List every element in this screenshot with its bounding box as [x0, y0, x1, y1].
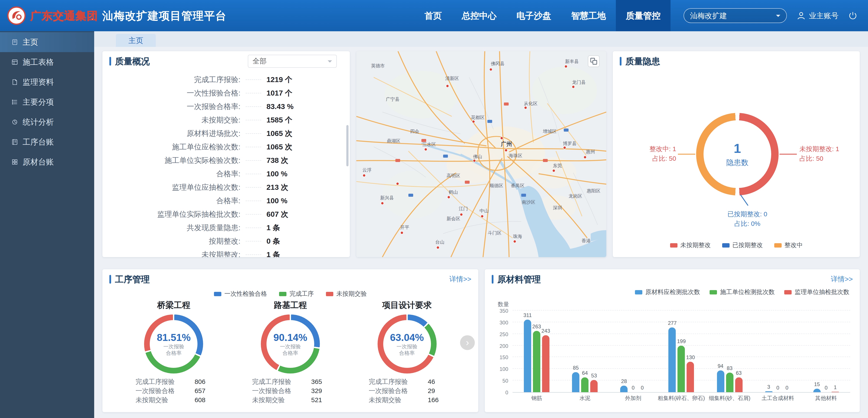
legend-item[interactable]: 未按期整改 [670, 241, 711, 249]
nav-item-总控中心[interactable]: 总控中心 [452, 0, 506, 31]
nav-item-首页[interactable]: 首页 [414, 0, 452, 31]
tab-bar: 主页 [94, 31, 868, 47]
map-marker-icon[interactable] [481, 215, 484, 218]
process-details-link[interactable]: 详情>> [450, 275, 471, 284]
map-marker-icon[interactable] [563, 146, 566, 149]
map-city-label: 斗门区 [488, 230, 501, 235]
map-city-label: 增城区 [543, 129, 557, 134]
map-marker-icon[interactable] [381, 202, 384, 205]
bar[interactable]: 199 [678, 311, 685, 392]
sidebar-item-原材台账[interactable]: 原材台账 [0, 152, 94, 172]
bar[interactable]: 85 [572, 311, 579, 392]
hazard-callout-inprogress: 整改中: 1 占比: 50 [621, 144, 676, 163]
map-marker-icon[interactable] [524, 107, 527, 109]
bar[interactable]: 64 [581, 311, 589, 392]
map-panel[interactable]: 英德市新丰县佛冈县龙门县清新区广宁县从化区花都区增城区四会鼎湖区三水区博罗县惠州… [356, 51, 606, 257]
logout-button[interactable] [848, 11, 858, 21]
region-map[interactable]: 英德市新丰县佛冈县龙门县清新区广宁县从化区花都区增城区四会鼎湖区三水区博罗县惠州… [356, 51, 606, 257]
map-marker-icon[interactable] [490, 68, 492, 71]
bar[interactable]: 63 [735, 311, 742, 392]
dotted-leader [246, 147, 261, 147]
map-marker-icon[interactable] [363, 174, 366, 177]
bar-value-label: 243 [541, 328, 550, 334]
bar[interactable]: 0 [823, 311, 830, 392]
legend-item[interactable]: 一次性检验合格 [214, 290, 267, 298]
y-tick-label: 150 [492, 355, 508, 361]
panel-accent [492, 275, 493, 283]
map-marker-icon[interactable] [447, 196, 450, 199]
map-marker-icon[interactable] [500, 137, 503, 140]
legend-item[interactable]: 未按期交验 [326, 290, 367, 298]
bar[interactable]: 83 [726, 311, 733, 392]
map-marker-icon[interactable] [584, 156, 587, 159]
y-tick-label: 50 [492, 378, 508, 384]
process-pass-rate: 90.14% [273, 332, 307, 343]
map-marker-icon[interactable] [572, 86, 575, 88]
nav-item-质量管控[interactable]: 质量管控 [616, 0, 671, 31]
quality-stat-row: 未按期交验:1585 个 [110, 113, 340, 127]
map-city-label: 鼎湖区 [387, 138, 400, 143]
map-marker-icon[interactable] [553, 169, 555, 172]
rate-caption: 合格率 [282, 350, 298, 356]
legend-item[interactable]: 施工单位检测批次数 [710, 288, 775, 296]
bar[interactable]: 53 [590, 311, 598, 392]
map-marker-icon[interactable] [514, 240, 516, 243]
sidebar-item-监理资料[interactable]: 监理资料 [0, 72, 94, 92]
map-marker-icon[interactable] [460, 213, 463, 216]
account-menu[interactable]: 业主账号 [796, 11, 838, 21]
bar[interactable]: 130 [687, 311, 694, 392]
sidebar: 主页施工表格监理资料主要分项统计分析工序台账原材台账 [0, 31, 94, 418]
bar[interactable]: 1 [832, 311, 839, 392]
tab-主页[interactable]: 主页 [116, 34, 156, 47]
process-legend: 一次性检验合格完成工序未按期交验 [102, 290, 478, 298]
sidebar-item-施工表格[interactable]: 施工表格 [0, 52, 94, 72]
legend-item[interactable]: 整改中 [774, 241, 803, 249]
quality-stat-row: 合格率:100 % [110, 167, 340, 181]
process-chart-group: 项目设计要求 63.04% 一次报验 合格率 完成工序报验46一次报验合格29未… [352, 298, 461, 404]
bar[interactable]: 0 [629, 311, 637, 392]
nav-item-智慧工地[interactable]: 智慧工地 [561, 0, 616, 31]
map-expand-button[interactable] [588, 56, 599, 67]
map-marker-icon[interactable] [425, 148, 427, 151]
sidebar-item-工序台账[interactable]: 工序台账 [0, 132, 94, 152]
bar[interactable]: 311 [524, 311, 531, 392]
legend-item[interactable]: 监理单位抽检批次数 [784, 288, 849, 296]
bar[interactable]: 3 [765, 311, 773, 392]
sidebar-item-统计分析[interactable]: 统计分析 [0, 112, 94, 132]
bar-value-label: 277 [668, 320, 677, 326]
bar[interactable]: 0 [774, 311, 782, 392]
materials-details-link[interactable]: 详情>> [831, 275, 853, 284]
bar[interactable]: 263 [533, 311, 540, 392]
map-marker-icon[interactable] [565, 65, 567, 68]
bar-value-label: 263 [532, 323, 541, 329]
bar[interactable]: 0 [639, 311, 646, 392]
sidebar-item-主页[interactable]: 主页 [0, 32, 94, 52]
materials-panel-header: 原材料管理 详情>> [485, 269, 860, 289]
bar[interactable]: 0 [783, 311, 791, 392]
scrollbar-thumb[interactable] [346, 125, 348, 166]
legend-item[interactable]: 完成工序 [279, 290, 314, 298]
quality-filter-select[interactable]: 全部 [248, 55, 337, 68]
legend-item[interactable]: 原材料应检测批次数 [635, 288, 700, 296]
nav-item-电子沙盘[interactable]: 电子沙盘 [506, 0, 561, 31]
map-marker-icon[interactable] [505, 149, 507, 152]
quality-stat-row: 施工单位实际检验次数:738 次 [110, 154, 340, 167]
project-select[interactable]: 汕梅改扩建 [684, 8, 787, 23]
sidebar-item-主要分项[interactable]: 主要分项 [0, 92, 94, 112]
bar[interactable]: 277 [669, 311, 676, 392]
materials-panel-title: 原材料管理 [497, 273, 541, 285]
bar[interactable]: 28 [620, 311, 628, 392]
map-marker-icon[interactable] [472, 120, 475, 123]
map-city-label: 清新区 [445, 76, 459, 81]
legend-item[interactable]: 已按期整改 [722, 241, 763, 249]
bar[interactable]: 94 [717, 311, 724, 392]
map-marker-icon[interactable] [473, 159, 476, 162]
carousel-next-button[interactable]: › [460, 335, 475, 350]
map-marker-icon[interactable] [396, 182, 399, 185]
bar[interactable]: 243 [542, 311, 550, 392]
map-marker-icon[interactable] [437, 246, 439, 249]
map-marker-icon[interactable] [401, 232, 403, 234]
quality-stat-row: 未按期整改:1 条 [110, 248, 340, 257]
bar[interactable]: 15 [813, 311, 821, 392]
map-marker-icon[interactable] [446, 85, 449, 88]
